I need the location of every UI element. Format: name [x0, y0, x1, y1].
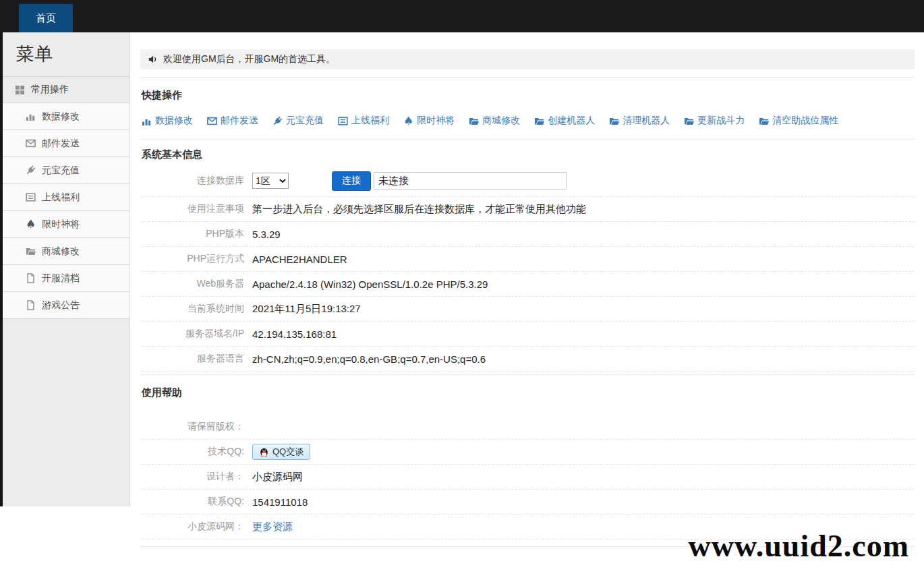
connect-db-row: 连接数据库 1区 连接 — [142, 165, 915, 197]
info-row-server-language: 服务器语言 zh-CN,zh;q=0.9,en;q=0.8,en-GB;q=0.… — [142, 347, 915, 372]
info-row-server-ip: 服务器域名/IP 42.194.135.168:81 — [142, 322, 915, 347]
quick-link-update-combat-power[interactable]: 更新战斗力 — [684, 115, 745, 127]
quick-links-row: 数据修改 邮件发送 元宝充值 上线福利 限时神将 商城修改 — [142, 115, 915, 127]
quick-link-limited-hero[interactable]: 限时神将 — [403, 115, 455, 127]
sidebar-title: 菜单 — [3, 32, 129, 76]
plug-icon — [26, 165, 36, 175]
sidebar-item-game-announcement[interactable]: 游戏公告 — [3, 291, 129, 319]
welcome-text: 欢迎使用GM后台，开服GM的首选工具。 — [163, 53, 335, 65]
folder-icon — [26, 246, 36, 256]
quick-link-data-edit[interactable]: 数据修改 — [142, 115, 193, 127]
sidebar-item-limited-hero[interactable]: 限时神将 — [3, 210, 129, 237]
envelope-icon — [207, 116, 217, 126]
tab-home[interactable]: 首页 — [19, 4, 73, 32]
main-content: 欢迎使用GM后台，开服GM的首选工具。 快捷操作 数据修改 邮件发送 元宝充值 … — [130, 32, 924, 584]
more-resources-link[interactable]: 更多资源 — [252, 521, 293, 532]
bar-chart-icon — [142, 116, 152, 126]
folder-icon — [609, 116, 619, 126]
help-row-tech-qq: 技术QQ: QQ交谈 — [142, 440, 915, 465]
help-row-copyright: 请保留版权： — [142, 415, 915, 440]
sidebar-nav: 数据修改 邮件发送 元宝充值 上线福利 限时神将 商城修改 — [3, 103, 129, 319]
zone-select[interactable]: 1区 — [252, 173, 289, 189]
info-row-system-time: 当前系统时间 2021年11月5日19:13:27 — [142, 297, 915, 322]
watermark: www.uuid2.com — [689, 528, 909, 564]
sidebar-section-common-ops[interactable]: 常用操作 — [3, 76, 129, 103]
sidebar-item-server-wipe[interactable]: 开服清档 — [3, 264, 129, 291]
help-row-contact-qq: 联系QQ: 1541911018 — [142, 490, 915, 515]
speaker-icon — [148, 55, 158, 64]
file-icon — [26, 300, 36, 310]
folder-icon — [469, 116, 479, 126]
info-row-php-handler: PHP运行方式 APACHE2HANDLER — [142, 247, 915, 272]
sidebar-item-label: 邮件发送 — [42, 138, 80, 150]
list-icon — [338, 116, 348, 126]
system-info-title: 系统基本信息 — [142, 148, 915, 161]
info-row-web-server: Web服务器 Apache/2.4.18 (Win32) OpenSSL/1.0… — [142, 272, 915, 297]
file-icon — [26, 273, 36, 283]
sidebar-section-label: 常用操作 — [31, 84, 69, 96]
sidebar-item-label: 限时神将 — [42, 218, 80, 231]
plug-icon — [272, 116, 283, 126]
sidebar-item-label: 商城修改 — [42, 245, 80, 258]
help-panel: 使用帮助 请保留版权： 技术QQ: QQ交谈 设计者： 小皮源码网 — [140, 375, 915, 547]
list-icon — [26, 192, 36, 202]
qq-penguin-icon — [259, 447, 269, 457]
bar-chart-icon — [26, 111, 36, 121]
help-row-designer: 设计者： 小皮源码网 — [142, 465, 915, 490]
quick-link-mail-send[interactable]: 邮件发送 — [207, 115, 258, 127]
folder-icon — [759, 116, 769, 126]
tab-home-label: 首页 — [36, 12, 56, 25]
sidebar-item-label: 元宝充值 — [42, 165, 80, 177]
sidebar-item-label: 开服清档 — [42, 272, 80, 285]
envelope-icon — [26, 138, 36, 148]
gm-admin-app: 首页 菜单 常用操作 数据修改 邮件发送 元宝充值 上线福利 — [0, 0, 924, 584]
folder-icon — [534, 116, 544, 126]
sidebar-item-mall-edit[interactable]: 商城修改 — [3, 237, 129, 264]
sidebar-item-online-welfare[interactable]: 上线福利 — [3, 183, 129, 210]
grid-icon — [15, 85, 25, 95]
sidebar-item-label: 游戏公告 — [42, 299, 80, 312]
sidebar-item-mail-send[interactable]: 邮件发送 — [3, 129, 129, 156]
spade-icon — [403, 116, 413, 126]
sidebar-item-yuanbao-recharge[interactable]: 元宝充值 — [3, 156, 129, 183]
sidebar-item-data-edit[interactable]: 数据修改 — [3, 103, 129, 129]
connect-button[interactable]: 连接 — [332, 171, 371, 191]
qq-chat-button[interactable]: QQ交谈 — [252, 444, 310, 460]
topbar: 首页 — [0, 0, 924, 32]
help-title: 使用帮助 — [142, 386, 915, 399]
quick-link-clean-robot[interactable]: 清理机器人 — [609, 115, 670, 127]
quick-link-create-robot[interactable]: 创建机器人 — [534, 115, 595, 127]
welcome-banner: 欢迎使用GM后台，开服GM的首选工具。 — [140, 49, 915, 69]
spade-icon — [26, 219, 36, 229]
folder-icon — [684, 116, 694, 126]
sidebar-item-label: 上线福利 — [42, 192, 80, 204]
connect-status-input[interactable] — [374, 172, 567, 189]
help-rows: 请保留版权： 技术QQ: QQ交谈 设计者： 小皮源码网 联系QQ: 154 — [142, 415, 915, 539]
system-info-panel: 系统基本信息 连接数据库 1区 连接 使用注意事项 第一步进入后台，必须先选择区… — [140, 140, 915, 375]
quick-link-mall-edit[interactable]: 商城修改 — [469, 115, 520, 127]
connect-db-label: 连接数据库 — [142, 175, 244, 187]
quick-link-yuanbao-recharge[interactable]: 元宝充值 — [272, 115, 324, 127]
quick-link-clear-assist-attrs[interactable]: 清空助战位属性 — [759, 115, 838, 127]
sidebar: 菜单 常用操作 数据修改 邮件发送 元宝充值 上线福利 — [0, 32, 130, 506]
quick-ops-panel: 快捷操作 数据修改 邮件发送 元宝充值 上线福利 限时神将 — [140, 77, 915, 140]
quick-ops-title: 快捷操作 — [142, 89, 915, 102]
info-row-usage-note: 使用注意事项 第一步进入后台，必须先选择区服后在连接数据库，才能正常使用其他功能 — [142, 197, 915, 222]
quick-link-online-welfare[interactable]: 上线福利 — [338, 115, 389, 127]
info-row-php-version: PHP版本 5.3.29 — [142, 222, 915, 247]
sidebar-item-label: 数据修改 — [42, 111, 80, 123]
